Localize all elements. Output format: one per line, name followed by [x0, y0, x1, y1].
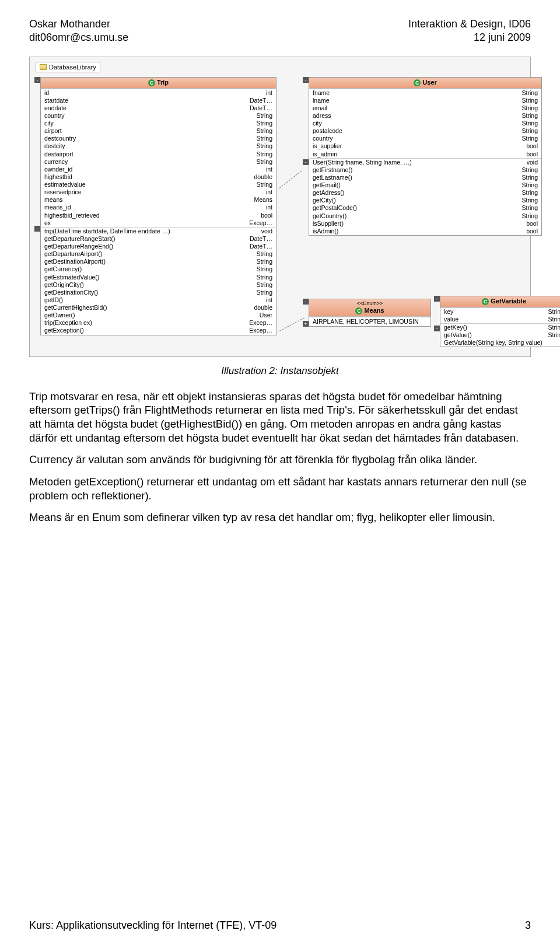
class-header: CUser: [309, 78, 541, 89]
enum-values: AIRPLANE, HELICOPTER, LIMOUSIN: [309, 317, 430, 326]
member-row: reservedpriceint: [41, 188, 276, 196]
member-row: getDestinationAirport()String: [41, 258, 276, 265]
class-user: CUser - fnameStringlnameStringemailStrin…: [309, 77, 542, 236]
member-row: ownder_idint: [41, 166, 276, 173]
paragraph: Metoden getException() returnerar ett un…: [29, 475, 531, 502]
member-row: trip(DateTime startdate, DateTime enddat…: [41, 228, 276, 235]
member-row: getOriginCity()String: [41, 281, 276, 289]
class-icon: C: [355, 307, 362, 314]
class-header: CGetVariable: [440, 296, 560, 307]
member-row: getKey()String: [440, 324, 560, 331]
author-name: Oskar Mothander: [29, 18, 128, 31]
member-row: countryString: [41, 112, 276, 120]
member-row: getFirstname()String: [309, 166, 541, 174]
member-row: is_adminbool: [309, 151, 541, 158]
class-title: GetVariable: [491, 298, 526, 305]
member-row: keyString: [440, 308, 560, 316]
member-row: getCountry()String: [309, 212, 541, 220]
member-row: emailString: [309, 104, 541, 112]
member-row: highestbiddouble: [41, 173, 276, 181]
body-text: Trip motsvarar en resa, när ett objekt i…: [29, 390, 531, 524]
member-row: currencyString: [41, 158, 276, 166]
member-row: isAdmin()bool: [309, 228, 541, 235]
member-row: cityString: [309, 120, 541, 127]
member-row: isSupplier()bool: [309, 220, 541, 228]
collapse-handle[interactable]: -: [34, 77, 40, 83]
member-row: highestbid_retrievedbool: [41, 212, 276, 219]
member-row: exExcep…: [41, 219, 276, 227]
member-row: getValue()String: [440, 331, 560, 339]
member-row: trip(Exception ex)Excep…: [41, 319, 276, 327]
class-trip: CTrip - idintstartdateDateT…enddateDateT…: [40, 77, 276, 335]
member-row: getAdress()String: [309, 189, 541, 197]
member-row: destcountryString: [41, 135, 276, 142]
header-date: 12 juni 2009: [408, 31, 531, 44]
member-row: GetVariable(String key, String value): [440, 339, 560, 347]
collapse-handle[interactable]: -: [303, 77, 309, 83]
paragraph: Means är en Enum som definerar vilken ty…: [29, 510, 531, 524]
member-row: getCurrentHighestBid()double: [41, 304, 276, 312]
member-row: getCurrency()String: [41, 265, 276, 273]
member-row: getDepartureRangeStart()DateT…: [41, 235, 276, 243]
member-row: is_supplierbool: [309, 142, 541, 150]
member-row: cityString: [41, 120, 276, 127]
member-row: destcityString: [41, 142, 276, 150]
member-row: countryString: [309, 135, 541, 142]
member-row: getDepartureAirport()String: [41, 250, 276, 258]
member-row: means_idint: [41, 204, 276, 211]
member-row: meansMeans: [41, 196, 276, 204]
member-row: getEmail()String: [309, 181, 541, 189]
class-header: <<Enum>> CMeans: [309, 299, 430, 317]
member-row: getOwner()User: [41, 312, 276, 319]
page-number: 3: [525, 919, 531, 932]
package-icon: [40, 64, 47, 70]
member-row: enddateDateT…: [41, 104, 276, 112]
author-email: dit06omr@cs.umu.se: [29, 31, 128, 44]
class-title: User: [422, 79, 436, 86]
collapse-handle[interactable]: -: [434, 296, 440, 302]
page-footer: Kurs: Applikationsutveckling för Interne…: [29, 919, 531, 932]
member-row: getException()Excep…: [41, 327, 276, 334]
class-icon: C: [482, 298, 489, 305]
uml-diagram: DatabaseLibrary CTrip - idintstartdateDa…: [29, 57, 531, 357]
stereotype: <<Enum>>: [309, 300, 430, 307]
member-row: getCity()String: [309, 197, 541, 204]
package-name: DatabaseLibrary: [49, 64, 96, 71]
paragraph: Currency är valutan som används för budg…: [29, 453, 531, 467]
expand-handle[interactable]: +: [303, 321, 309, 327]
package-label: DatabaseLibrary: [36, 62, 100, 72]
class-title: Means: [364, 307, 384, 314]
association-line: [279, 170, 302, 188]
collapse-handle[interactable]: -: [303, 299, 309, 305]
member-row: getEstimatedValue()String: [41, 274, 276, 281]
class-header: CTrip: [41, 78, 276, 89]
member-row: idint: [41, 89, 276, 97]
member-row: estimatedvalueString: [41, 181, 276, 188]
footer-course: Kurs: Applikationsutveckling för Interne…: [29, 919, 276, 932]
member-row: adressString: [309, 112, 541, 120]
collapse-handle[interactable]: -: [303, 159, 309, 165]
class-icon: C: [148, 79, 155, 86]
collapse-handle[interactable]: -: [434, 326, 440, 331]
member-row: airportString: [41, 127, 276, 135]
member-row: getDepartureRangeEnd()DateT…: [41, 243, 276, 250]
collapse-handle[interactable]: -: [34, 226, 40, 232]
class-icon: C: [414, 79, 421, 86]
member-row: getPostalCode()String: [309, 204, 541, 212]
member-row: User(String fname, String lname, …)void: [309, 159, 541, 166]
class-title: Trip: [157, 79, 169, 86]
member-row: getID()int: [41, 296, 276, 304]
class-getvariable: CGetVariable - keyStringvalueString - ge…: [440, 296, 560, 347]
page-header: Oskar Mothander dit06omr@cs.umu.se Inter…: [29, 18, 531, 45]
figure-caption: Illustration 2: Instansobjekt: [29, 365, 531, 377]
member-row: getDestinationCity()String: [41, 289, 276, 296]
member-row: valueString: [440, 316, 560, 323]
paragraph: Trip motsvarar en resa, när ett objekt i…: [29, 390, 531, 445]
member-row: startdateDateT…: [41, 97, 276, 104]
association-line: [279, 317, 304, 331]
member-row: getLastname()String: [309, 174, 541, 181]
course-name: Interaktion & Design, ID06: [408, 18, 531, 31]
class-means: <<Enum>> CMeans - + AIRPLANE, HELICOPTER…: [309, 299, 431, 327]
member-row: lnameString: [309, 97, 541, 104]
member-row: fnameString: [309, 89, 541, 97]
